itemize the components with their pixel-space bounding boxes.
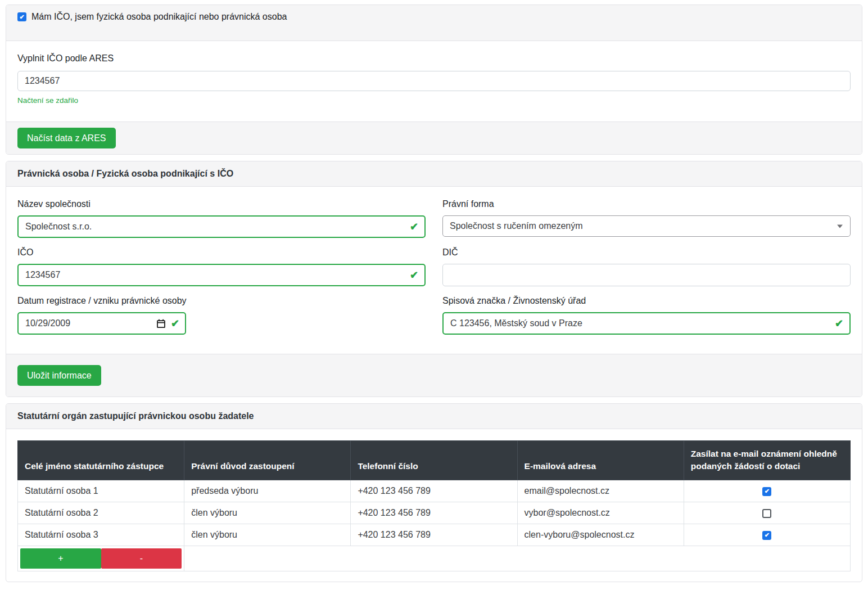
company-card-footer: Uložit informace xyxy=(6,354,862,397)
dic-label: DIČ xyxy=(442,247,851,258)
registration-date-value: 10/29/2009 xyxy=(25,318,70,328)
notify-checkbox[interactable] xyxy=(762,531,771,540)
ares-card: Mám IČO, jsem fyzická osoba podnikající … xyxy=(6,4,862,155)
add-row-button[interactable]: + xyxy=(20,548,101,569)
notify-checkbox[interactable] xyxy=(762,509,771,518)
cell-name[interactable]: Statutární osoba 3 xyxy=(18,524,184,546)
table-row: Statutární osoba 2 člen výboru +420 123 … xyxy=(18,502,851,524)
load-ares-button[interactable]: Načíst data z ARES xyxy=(17,128,116,148)
dic-input[interactable] xyxy=(442,264,851,286)
cell-phone[interactable]: +420 123 456 789 xyxy=(351,524,517,546)
has-ico-checkbox-row[interactable]: Mám IČO, jsem fyzická osoba podnikající … xyxy=(17,12,287,22)
col-header-legal-reason: Právní důvod zastoupení xyxy=(184,441,351,480)
has-ico-checkbox[interactable] xyxy=(17,12,26,21)
has-ico-checkbox-label: Mám IČO, jsem fyzická osoba podnikající … xyxy=(31,12,287,22)
cell-phone[interactable]: +420 123 456 789 xyxy=(351,480,517,502)
statutory-section-header: Statutární orgán zastupující právnickou … xyxy=(6,404,862,429)
valid-check-icon: ✔ xyxy=(835,318,843,328)
company-name-input[interactable]: Společnost s.r.o. ✔ xyxy=(17,215,426,238)
file-number-label: Spisová značka / Živnostenský úřad xyxy=(442,296,851,306)
save-info-button[interactable]: Uložit informace xyxy=(17,365,101,386)
table-header-row: Celé jméno statutárního zástupce Právní … xyxy=(18,441,851,480)
company-section-header: Právnická osoba / Fyzická osoba podnikaj… xyxy=(6,161,862,187)
cell-phone[interactable]: +420 123 456 789 xyxy=(351,502,517,524)
chevron-down-icon xyxy=(837,225,843,228)
statutory-table: Celé jméno statutárního zástupce Právní … xyxy=(17,440,851,571)
cell-email[interactable]: vybor@spolecnost.cz xyxy=(517,502,684,524)
remove-row-button[interactable]: - xyxy=(101,548,182,569)
ares-card-footer: Načíst data z ARES xyxy=(6,121,862,154)
ares-ico-value: 1234567 xyxy=(25,76,60,86)
legal-form-value: Společnost s ručením omezeným xyxy=(450,221,583,231)
form-page: Mám IČO, jsem fyzická osoba podnikající … xyxy=(0,0,868,582)
notify-checkbox[interactable] xyxy=(762,487,771,496)
ares-ico-input[interactable]: 1234567 xyxy=(17,71,851,91)
legal-form-label: Právní forma xyxy=(442,199,851,209)
ares-status-message: Načtení se zdařilo xyxy=(17,96,851,105)
col-header-email: E-mailová adresa xyxy=(517,441,684,480)
company-card-body: Název společnosti Společnost s.r.o. ✔ Pr… xyxy=(6,187,862,354)
dic-field: DIČ xyxy=(442,247,851,286)
ico-label: IČO xyxy=(17,247,426,258)
ares-card-body: Vyplnit IČO podle ARES 1234567 Načtení s… xyxy=(6,41,862,121)
file-number-value: C 123456, Městský soud v Praze xyxy=(450,318,582,328)
col-header-notify: Zasílat na e-mail oznámení ohledně podan… xyxy=(684,441,850,480)
valid-check-icon: ✔ xyxy=(171,318,179,328)
col-header-phone: Telefonní číslo xyxy=(351,441,517,480)
file-number-input[interactable]: C 123456, Městský soud v Praze ✔ xyxy=(442,312,851,335)
registration-date-label: Datum registrace / vzniku právnické osob… xyxy=(17,296,426,306)
legal-form-select[interactable]: Společnost s ručením omezeným xyxy=(442,215,851,237)
statutory-card: Statutární orgán zastupující právnickou … xyxy=(6,403,862,582)
calendar-icon[interactable] xyxy=(156,319,166,328)
cell-email[interactable]: clen-vyboru@spolecnost.cz xyxy=(517,524,684,546)
legal-form-field: Právní forma Společnost s ručením omezen… xyxy=(442,199,851,238)
empty-cell xyxy=(184,546,851,571)
ares-ico-label: Vyplnit IČO podle ARES xyxy=(17,53,851,64)
col-header-name: Celé jméno statutárního zástupce xyxy=(18,441,184,480)
cell-name[interactable]: Statutární osoba 2 xyxy=(18,502,184,524)
statutory-card-body: Celé jméno statutárního zástupce Právní … xyxy=(6,429,862,582)
applicant-type-header: Mám IČO, jsem fyzická osoba podnikající … xyxy=(6,5,862,41)
valid-check-icon: ✔ xyxy=(410,270,418,280)
valid-check-icon: ✔ xyxy=(410,222,418,232)
cell-legal-reason[interactable]: předseda výboru xyxy=(184,480,351,502)
registration-date-input[interactable]: 10/29/2009 ✔ xyxy=(17,312,186,335)
file-number-field: Spisová značka / Živnostenský úřad C 123… xyxy=(442,296,851,335)
company-name-field: Název společnosti Společnost s.r.o. ✔ xyxy=(17,199,426,238)
table-actions-row: + - xyxy=(18,546,851,571)
ico-input[interactable]: 1234567 ✔ xyxy=(17,264,426,286)
company-name-label: Název společnosti xyxy=(17,199,426,209)
cell-name[interactable]: Statutární osoba 1 xyxy=(18,480,184,502)
table-row: Statutární osoba 3 člen výboru +420 123 … xyxy=(18,524,851,546)
cell-legal-reason[interactable]: člen výboru xyxy=(184,502,351,524)
registration-date-field: Datum registrace / vzniku právnické osob… xyxy=(17,296,426,335)
company-name-value: Společnost s.r.o. xyxy=(25,222,92,232)
ico-field: IČO 1234567 ✔ xyxy=(17,247,426,286)
cell-legal-reason[interactable]: člen výboru xyxy=(184,524,351,546)
cell-email[interactable]: email@spolecnost.cz xyxy=(517,480,684,502)
ico-value: 1234567 xyxy=(25,270,60,280)
table-row: Statutární osoba 1 předseda výboru +420 … xyxy=(18,480,851,502)
company-card: Právnická osoba / Fyzická osoba podnikaj… xyxy=(6,161,862,397)
